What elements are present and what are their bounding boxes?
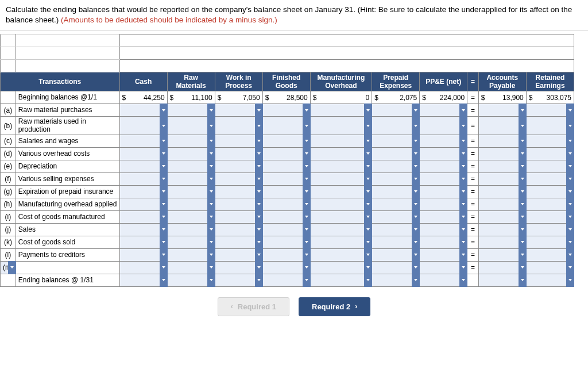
chevron-down-icon[interactable] [364,261,372,274]
chevron-down-icon[interactable] [160,261,168,274]
amount-cell[interactable] [420,160,467,172]
amount-cell[interactable] [420,274,467,286]
chevron-down-icon[interactable] [207,103,215,117]
chevron-down-icon[interactable] [160,185,168,198]
chevron-down-icon[interactable] [303,147,311,160]
chevron-down-icon[interactable] [255,116,263,135]
chevron-down-icon[interactable] [207,185,215,198]
chevron-down-icon[interactable] [412,103,420,117]
amount-cell[interactable] [167,104,215,117]
amount-cell[interactable] [262,172,310,185]
chevron-down-icon[interactable] [519,223,527,236]
chevron-down-icon[interactable] [364,198,372,211]
chevron-down-icon[interactable] [255,223,263,236]
chevron-down-icon[interactable] [364,103,372,117]
chevron-down-icon[interactable] [566,223,574,236]
chevron-down-icon[interactable] [207,147,215,160]
chevron-down-icon[interactable] [459,185,467,198]
amount-cell[interactable] [310,198,372,210]
chevron-down-icon[interactable] [459,103,467,117]
amount-cell[interactable] [526,147,574,160]
chevron-down-icon[interactable] [519,185,527,198]
amount-cell[interactable] [167,198,215,210]
amount-cell[interactable] [372,147,420,160]
amount-cell[interactable] [526,274,574,286]
amount-cell[interactable] [119,223,167,236]
chevron-down-icon[interactable] [459,248,467,262]
amount-cell[interactable] [215,135,262,147]
chevron-down-icon[interactable] [160,147,168,160]
chevron-down-icon[interactable] [303,172,311,186]
chevron-down-icon[interactable] [160,274,168,287]
amount-cell[interactable] [372,104,420,117]
chevron-down-icon[interactable] [459,172,467,186]
amount-cell[interactable] [119,135,167,147]
amount-cell[interactable] [478,210,526,223]
amount-cell[interactable] [420,248,467,261]
chevron-down-icon[interactable] [364,223,372,236]
amount-cell[interactable] [167,210,215,223]
amount-cell[interactable] [310,261,372,274]
chevron-down-icon[interactable] [459,116,467,135]
amount-cell[interactable] [420,185,467,198]
amount-cell[interactable] [526,248,574,261]
chevron-down-icon[interactable] [566,103,574,117]
chevron-down-icon[interactable] [255,147,263,160]
amount-cell[interactable] [526,223,574,236]
amount-cell[interactable] [119,104,167,117]
chevron-down-icon[interactable] [566,160,574,173]
amount-cell[interactable] [478,117,526,135]
chevron-down-icon[interactable] [303,103,311,117]
chevron-down-icon[interactable] [519,103,527,117]
chevron-down-icon[interactable] [364,248,372,262]
chevron-down-icon[interactable] [412,135,420,148]
chevron-down-icon[interactable] [459,147,467,160]
chevron-down-icon[interactable] [459,198,467,211]
amount-cell[interactable] [119,198,167,210]
amount-cell[interactable] [262,248,310,261]
amount-cell[interactable] [478,135,526,147]
chevron-down-icon[interactable] [160,116,168,135]
chevron-down-icon[interactable] [364,185,372,198]
chevron-down-icon[interactable] [519,274,527,287]
amount-cell[interactable] [262,198,310,210]
amount-cell[interactable] [420,223,467,236]
amount-cell[interactable] [372,274,420,286]
amount-cell[interactable] [262,104,310,117]
chevron-down-icon[interactable] [255,274,263,287]
amount-cell[interactable] [119,248,167,261]
chevron-down-icon[interactable] [255,160,263,173]
amount-cell[interactable] [478,147,526,160]
chevron-down-icon[interactable] [160,198,168,211]
nav-next-button[interactable]: Required 2 › [299,297,370,316]
chevron-down-icon[interactable] [412,236,420,249]
amount-cell[interactable] [420,135,467,147]
amount-cell[interactable] [478,223,526,236]
amount-cell[interactable] [262,117,310,135]
chevron-down-icon[interactable] [519,198,527,211]
amount-cell[interactable] [167,274,215,286]
chevron-down-icon[interactable] [412,185,420,198]
chevron-down-icon[interactable] [412,261,420,274]
chevron-down-icon[interactable] [207,261,215,274]
amount-cell[interactable] [167,160,215,172]
chevron-down-icon[interactable] [207,198,215,211]
amount-cell[interactable] [372,223,420,236]
amount-cell[interactable] [310,104,372,117]
amount-cell[interactable] [372,185,420,198]
amount-cell[interactable] [310,223,372,236]
amount-cell[interactable] [262,135,310,147]
chevron-down-icon[interactable] [303,236,311,249]
chevron-down-icon[interactable] [519,261,527,274]
chevron-down-icon[interactable] [519,135,527,148]
amount-cell[interactable] [215,248,262,261]
chevron-down-icon[interactable] [303,210,311,224]
amount-cell[interactable] [526,236,574,248]
amount-cell[interactable] [478,261,526,274]
amount-cell[interactable] [215,261,262,274]
chevron-down-icon[interactable] [255,210,263,224]
chevron-down-icon[interactable] [412,147,420,160]
chevron-down-icon[interactable] [207,135,215,148]
amount-cell[interactable] [478,236,526,248]
chevron-down-icon[interactable] [412,210,420,224]
